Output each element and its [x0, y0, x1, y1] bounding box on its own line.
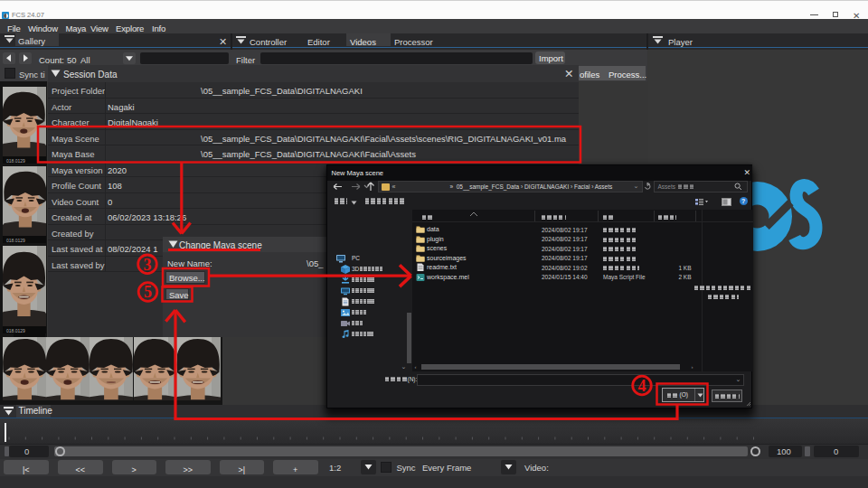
svg-text:5: 5: [144, 283, 152, 301]
svg-text:3: 3: [144, 256, 152, 274]
svg-text:4: 4: [638, 377, 646, 395]
